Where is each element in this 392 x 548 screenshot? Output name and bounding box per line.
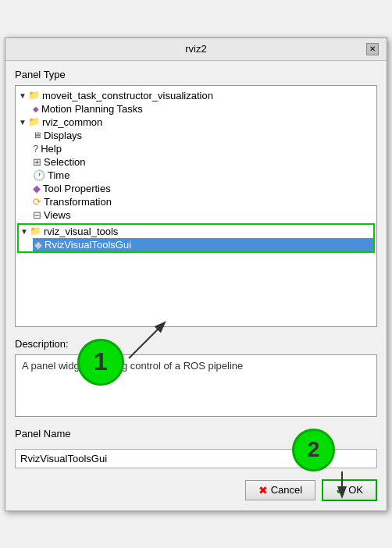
cancel-label: Cancel: [271, 484, 302, 496]
callout-1: 1: [77, 339, 124, 386]
ok-label: OK: [348, 484, 363, 496]
tree-item-transformation[interactable]: ⟳ Transformation: [31, 195, 375, 208]
grid-icon-selection: ⊞: [33, 156, 41, 168]
cancel-button[interactable]: ✖ Cancel: [245, 480, 315, 500]
tree-label-rviz-visual-tools: rviz_visual_tools: [44, 226, 118, 237]
tree-label-motion-planning: Motion Planning Tasks: [41, 103, 143, 115]
tool-icon-properties: ◆: [33, 183, 41, 194]
clock-icon-time: 🕐: [33, 169, 45, 181]
transform-icon: ⟳: [33, 196, 41, 208]
description-text: A panel widget allowing control of a ROS…: [22, 360, 243, 372]
tree-item-rviz-visual-tools[interactable]: ▼ 📁 rviz_visual_tools: [19, 225, 373, 238]
callout-2-container: 2: [292, 429, 335, 471]
ok-button[interactable]: ✔ OK: [322, 479, 377, 501]
tree-item-rviz-common[interactable]: ▼ 📁 rviz_common: [17, 116, 375, 129]
description-section: Description: A panel widget allowing con…: [15, 338, 377, 417]
tree-item-tool-properties[interactable]: ◆ Tool Properties: [31, 182, 375, 195]
tree-label-rviz-visual-tools-gui: RvizVisualToolsGui: [45, 239, 131, 251]
tree-label-displays: Displays: [44, 130, 82, 141]
tree-label-views: Views: [44, 209, 70, 221]
description-box: A panel widget allowing control of a ROS…: [15, 354, 377, 417]
panel-type-label: Panel Type: [15, 69, 377, 80]
tree-label-tool-properties: Tool Properties: [43, 183, 111, 194]
tree-label-rviz-common: rviz_common: [42, 116, 102, 128]
tree-area-wrapper: ▼ 📁 moveit_task_constructor_visualizatio…: [15, 85, 377, 327]
folder-icon-rviz-common: 📁: [28, 116, 40, 127]
callout-1-container: 1: [77, 339, 124, 386]
expand-rviz-common[interactable]: ▼: [19, 118, 28, 126]
main-window: rviz2 ✕ Panel Type ▼ 📁 moveit_task_const…: [5, 37, 387, 511]
panel-icon-displays: 🖥: [33, 130, 41, 140]
tree-item-motion-planning[interactable]: ◆ Motion Planning Tasks: [31, 102, 375, 116]
folder-icon-rviz-visual-tools: 📁: [30, 226, 41, 237]
diamond-icon-motion: ◆: [33, 105, 39, 113]
expand-rviz-visual-tools[interactable]: ▼: [20, 227, 30, 236]
tree-label-time: Time: [48, 169, 69, 181]
tree-item-help[interactable]: ? Help: [31, 142, 375, 155]
window-title: rviz2: [26, 43, 366, 55]
folder-icon-moveit: 📁: [28, 90, 40, 101]
title-bar: rviz2 ✕: [5, 38, 387, 61]
tree-label-moveit: moveit_task_constructor_visualization: [42, 90, 213, 101]
tree-item-selection[interactable]: ⊞ Selection: [31, 155, 375, 169]
callout-2: 2: [292, 429, 335, 471]
diamond-icon-rviz-gui: ◆: [34, 239, 42, 251]
close-button[interactable]: ✕: [366, 43, 379, 55]
tree-item-displays[interactable]: 🖥 Displays: [31, 129, 375, 142]
tree-label-help: Help: [41, 143, 62, 155]
highlighted-group: ▼ 📁 rviz_visual_tools ◆ RvizVisualToolsG…: [17, 223, 375, 253]
description-label: Description:: [15, 338, 377, 350]
tree-label-selection: Selection: [44, 156, 85, 168]
tree-label-transformation: Transformation: [44, 196, 112, 208]
tree-item-rviz-visual-tools-gui[interactable]: ◆ RvizVisualToolsGui: [33, 238, 373, 251]
tree-item-views[interactable]: ⊟ Views: [31, 208, 375, 222]
tree-item-moveit[interactable]: ▼ 📁 moveit_task_constructor_visualizatio…: [17, 89, 375, 102]
cancel-icon: ✖: [258, 484, 268, 496]
ok-icon: ✔: [336, 484, 345, 496]
expand-moveit[interactable]: ▼: [19, 91, 28, 100]
views-icon: ⊟: [33, 209, 41, 221]
panel-type-tree[interactable]: ▼ 📁 moveit_task_constructor_visualizatio…: [15, 85, 377, 327]
tree-item-time[interactable]: 🕐 Time: [31, 169, 375, 182]
button-row: 2 ✖ Cancel ✔ OK: [15, 479, 377, 501]
question-icon-help: ?: [33, 143, 38, 155]
